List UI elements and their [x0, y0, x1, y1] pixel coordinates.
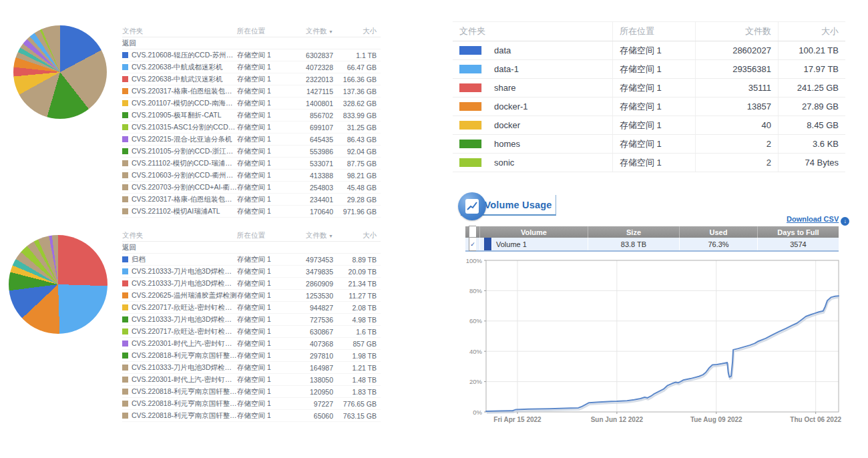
folder-file-count: 3479835 [294, 268, 337, 276]
folder-size: 1.98 TB [337, 352, 381, 360]
select-all-checkbox[interactable] [465, 226, 480, 238]
folder-row[interactable]: CVS.220818-利元亨南京国轩整线-质量焊-2D存储空间 11209501… [122, 386, 381, 398]
folder-size: 4.98 TB [337, 316, 381, 324]
folder-name: CVS.210333-刀片电池3D焊检测-无为-2期 [132, 267, 237, 276]
folder-size: 166.36 GB [337, 75, 381, 83]
col-file-count[interactable]: 文件数 ▼ [294, 27, 337, 36]
col-volume[interactable]: Volume [480, 226, 588, 238]
folder-row[interactable]: CVS.210608-辊压的CCD-苏州力神存储空间 163028371.1 T… [122, 49, 381, 61]
folder-row[interactable]: CVS.210333-刀片电池3D焊检测-重庆存储空间 11649871.21 … [122, 362, 381, 374]
folder-size: 8.89 TB [337, 256, 381, 264]
folder-name: CVS.221102-模切AI瑞浦ATL [132, 207, 220, 216]
folder-file-count: 1400801 [294, 99, 337, 107]
folder-name-cell: CVS.220301-时代上汽-密封钉检测-2D [122, 375, 237, 385]
col-size[interactable]: 大小 [337, 27, 381, 36]
folder-location: 存储空间 1 [237, 363, 294, 373]
folder-row[interactable]: CVS.220818-利元亨南京国轩整线-质量焊-3D存储空间 12978101… [122, 350, 381, 362]
folder-size: 857 GB [337, 340, 381, 348]
folder-file-count: 630867 [294, 328, 337, 336]
folder-row[interactable]: docker-1存储空间 11385727.89 GB [453, 97, 845, 116]
back-link[interactable]: 返回 [122, 242, 381, 254]
folder-row[interactable]: CVS.210905-极耳翻折-CATL存储空间 1856702833.99 G… [122, 109, 381, 122]
folder-file-count: 645435 [294, 136, 337, 144]
folder-color-swatch [122, 365, 128, 371]
folder-row[interactable]: CVS.210333-刀片电池3D焊检测-佛山存储空间 17275364.98 … [122, 314, 381, 326]
folder-name-cell: data [453, 41, 613, 59]
back-link[interactable]: 返回 [122, 37, 381, 49]
folder-row[interactable]: CVS.220638-中航武汉迷彩机存储空间 12322013166.36 GB [122, 73, 381, 85]
folder-row[interactable]: CVS.210333-刀片电池3D焊检测-无为-2期存储空间 134798352… [122, 266, 381, 278]
folder-row[interactable]: CVS.201107-模切的CCD-南海CATL存储空间 11400801328… [122, 97, 381, 109]
col-location[interactable]: 所在位置 [613, 22, 696, 41]
folder-row[interactable]: CVS.220215-混合-比亚迪分条机存储空间 164543586.43 GB [122, 134, 381, 146]
folder-size: 45.48 GB [337, 184, 381, 192]
folder-row[interactable]: CVS.220317-格康-伯恩组装包覆一体机-玻璃检测存储空间 1142711… [122, 85, 381, 97]
folder-name-cell: CVS.210608-辊压的CCD-苏州力神 [122, 51, 237, 60]
volume-row[interactable]: ✓ Volume 1 83.8 TB 76.3% 3574 [465, 238, 839, 250]
folder-row[interactable]: CVS.220717-欣旺达-密封钉检测-2D存储空间 16308671.6 T… [122, 326, 381, 338]
folder-row[interactable]: sonic存储空间 1274 Bytes [453, 154, 845, 172]
folder-row[interactable]: CVS.210603-分割的CCD-衢州恒威存储空间 141338898.21 … [122, 170, 381, 182]
folder-name-cell: CVS.210603-分割的CCD-衢州恒威 [122, 171, 237, 180]
folder-row[interactable]: docker存储空间 1408.45 GB [453, 116, 845, 135]
folder-size: 1.1 TB [337, 51, 381, 59]
folder-color-swatch [122, 280, 128, 286]
folder-name: CVS.210905-极耳翻折-CATL [132, 111, 222, 120]
folder-row[interactable]: CVS.210105-分割的CCD-浙江恒威（二期）存储空间 155398692… [122, 146, 381, 158]
folder-location: 存储空间 1 [237, 135, 294, 144]
folder-color-swatch [122, 64, 128, 70]
folder-row[interactable]: CVS.220818-利元亨南京国轩整线-密封钉存储空间 165060763.1… [122, 410, 381, 422]
folder-size: 241.25 GB [779, 79, 845, 97]
col-folder[interactable]: 文件夹 [122, 27, 237, 36]
col-location[interactable]: 所在位置 [237, 231, 294, 240]
folder-row[interactable]: CVS.211102-模切的CCD-瑞浦模切存储空间 153307187.75 … [122, 158, 381, 170]
folder-file-count: 533071 [294, 160, 337, 168]
folder-row[interactable]: data-1存储空间 12935638117.97 TB [453, 60, 845, 79]
folder-row[interactable]: CVS.220317-格康-伯恩组装包覆一体机-定位存储空间 123440129… [122, 194, 381, 206]
folder-name: CVS.220301-时代上汽-密封钉检测-3D [132, 339, 237, 349]
download-csv-link[interactable]: Download CSV↓ [787, 215, 843, 226]
folder-name: CVS.220215-混合-比亚迪分条机 [132, 135, 232, 144]
download-icon[interactable]: ↓ [841, 217, 849, 226]
col-used[interactable]: Used [680, 226, 758, 238]
col-size[interactable]: 大小 [337, 231, 381, 240]
folder-row[interactable]: CVS.220301-时代上汽-密封钉检测-2D存储空间 11380501.48… [122, 374, 381, 386]
folder-row[interactable]: CVS.220301-时代上汽-密封钉检测-3D存储空间 1407368857 … [122, 338, 381, 350]
folder-name: CVS.220625-温州瑞浦胶盖焊检测 [132, 291, 237, 300]
col-size[interactable]: 大小 [779, 22, 845, 41]
folder-row[interactable]: CVS.220625-温州瑞浦胶盖焊检测存储空间 1125353011.27 T… [122, 290, 381, 302]
folder-file-count: 413388 [294, 172, 337, 180]
folder-file-count: 699107 [294, 124, 337, 132]
col-folder[interactable]: 文件夹 [453, 22, 613, 41]
shared-folder-table: 文件夹所在位置文件数大小data存储空间 128602027100.21 TBd… [453, 21, 845, 172]
folder-row[interactable]: share存储空间 135111241.25 GB [453, 79, 845, 97]
folder-row[interactable]: CVS.220703-分割的CCD+AI-衢州恒威存储空间 125480345.… [122, 182, 381, 194]
col-size[interactable]: Size [588, 226, 680, 238]
folder-color-swatch [122, 148, 128, 154]
folder-color-swatch [122, 304, 128, 310]
folder-file-count: 2860909 [294, 280, 337, 288]
col-location[interactable]: 所在位置 [237, 27, 294, 36]
col-days-to-full[interactable]: Days to Full [758, 226, 839, 238]
folder-row[interactable]: CVS.220638-中航成都迷彩机存储空间 1407232866.47 GB [122, 61, 381, 73]
folder-row[interactable]: data存储空间 128602027100.21 TB [453, 41, 845, 60]
folder-row[interactable]: 归档存储空间 149734538.89 TB [122, 254, 381, 266]
folder-row[interactable]: CVS.220818-利元亨南京国轩整线-顶盖激光焊缝-...存储空间 1972… [122, 398, 381, 410]
volume-size: 83.8 TB [588, 238, 680, 250]
folder-name: data-1 [487, 60, 525, 78]
folder-row[interactable]: homes存储空间 123.6 KB [453, 135, 845, 154]
folder-file-count: 254803 [294, 184, 337, 192]
folder-row[interactable]: CVS.221102-模切AI瑞浦ATL存储空间 1170640971.96 G… [122, 206, 381, 218]
col-file-count[interactable]: 文件数 [696, 22, 779, 41]
folder-row[interactable]: CVS.210333-刀片电池3D焊检测-宁乡存储空间 1286090921.3… [122, 278, 381, 290]
row-checkbox[interactable]: ✓ [469, 237, 476, 251]
folder-color-swatch [122, 389, 128, 395]
folder-row[interactable]: CVS.220717-欣旺达-密封钉检测-3D存储空间 19448272.08 … [122, 302, 381, 314]
svg-text:Tue Aug 09 2022: Tue Aug 09 2022 [690, 416, 742, 423]
folder-row[interactable]: CVS.210315-ASC1分割的CCD-ATL分条机存储空间 1699107… [122, 122, 381, 134]
folder-file-count: 297810 [294, 352, 337, 360]
col-file-count[interactable]: 文件数 ▼ [294, 231, 337, 240]
col-folder[interactable]: 文件夹 [122, 231, 237, 240]
folder-name-cell: CVS.210333-刀片电池3D焊检测-佛山 [122, 315, 237, 324]
folder-location: 存储空间 1 [237, 279, 294, 288]
